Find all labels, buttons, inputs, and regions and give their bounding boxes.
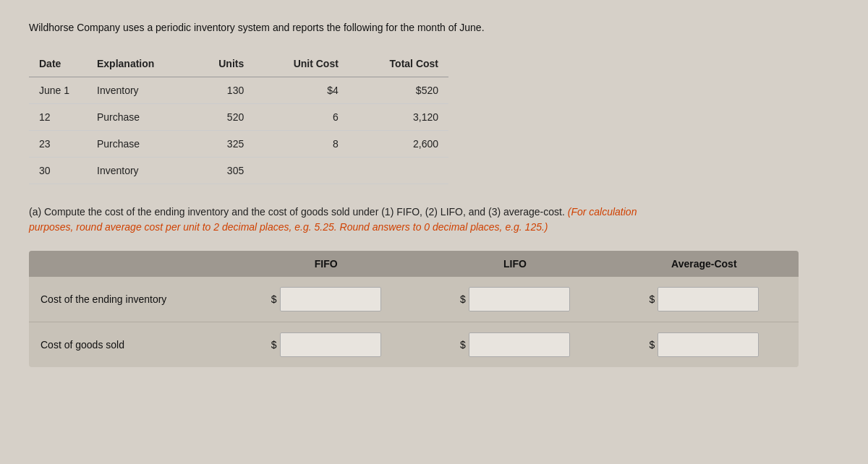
- intro-text: Wildhorse Company uses a periodic invent…: [29, 22, 839, 33]
- row-explanation: Inventory: [87, 77, 188, 104]
- row-date: 30: [29, 158, 87, 184]
- row-units: 325: [188, 131, 254, 158]
- answer-row-goods-sold: Cost of goods sold $ $ $: [29, 322, 799, 367]
- dollar-sign-fifo-1: $: [271, 293, 277, 305]
- goods-sold-fifo-cell: $: [231, 332, 420, 357]
- table-row: 30 Inventory 305: [29, 158, 448, 184]
- answer-section: FIFO LIFO Average-Cost Cost of the endin…: [29, 251, 799, 367]
- row-unit-cost: [254, 158, 349, 184]
- row-date: 12: [29, 104, 87, 131]
- row-explanation: Purchase: [87, 131, 188, 158]
- ending-inventory-lifo-input[interactable]: [469, 287, 570, 312]
- row-unit-cost: 8: [254, 131, 349, 158]
- row-total-cost: 3,120: [349, 104, 448, 131]
- row-unit-cost: $4: [254, 77, 349, 104]
- row-units: 305: [188, 158, 254, 184]
- row-date: 23: [29, 131, 87, 158]
- inventory-table: Date Explanation Units Unit Cost Total C…: [29, 51, 448, 184]
- row-unit-cost: 6: [254, 104, 349, 131]
- goods-sold-label: Cost of goods sold: [29, 339, 231, 351]
- goods-sold-lifo-cell: $: [420, 332, 609, 357]
- answer-col-avgcost: Average-Cost: [610, 258, 799, 270]
- question-main: (a) Compute the cost of the ending inven…: [29, 206, 565, 218]
- row-total-cost: [349, 158, 448, 184]
- question-text: (a) Compute the cost of the ending inven…: [29, 205, 680, 235]
- answer-header: FIFO LIFO Average-Cost: [29, 251, 799, 277]
- row-explanation: Purchase: [87, 104, 188, 131]
- ending-inventory-fifo-cell: $: [231, 287, 420, 312]
- row-total-cost: 2,600: [349, 131, 448, 158]
- dollar-sign-avg-1: $: [649, 293, 655, 305]
- row-units: 130: [188, 77, 254, 104]
- col-header-units: Units: [188, 51, 254, 77]
- col-header-explanation: Explanation: [87, 51, 188, 77]
- answer-col-lifo: LIFO: [420, 258, 609, 270]
- dollar-sign-avg-2: $: [649, 339, 655, 351]
- answer-col-fifo: FIFO: [231, 258, 420, 270]
- row-total-cost: $520: [349, 77, 448, 104]
- row-explanation: Inventory: [87, 158, 188, 184]
- ending-inventory-avgcost-cell: $: [610, 287, 799, 312]
- ending-inventory-avgcost-input[interactable]: [658, 287, 759, 312]
- col-header-total-cost: Total Cost: [349, 51, 448, 77]
- col-header-unit-cost: Unit Cost: [254, 51, 349, 77]
- goods-sold-avgcost-input[interactable]: [658, 332, 759, 357]
- ending-inventory-label: Cost of the ending inventory: [29, 293, 231, 305]
- row-units: 520: [188, 104, 254, 131]
- dollar-sign-lifo-2: $: [460, 339, 466, 351]
- dollar-sign-lifo-1: $: [460, 293, 466, 305]
- col-header-date: Date: [29, 51, 87, 77]
- ending-inventory-lifo-cell: $: [420, 287, 609, 312]
- table-row: 12 Purchase 520 6 3,120: [29, 104, 448, 131]
- goods-sold-fifo-input[interactable]: [280, 332, 381, 357]
- answer-row-ending-inventory: Cost of the ending inventory $ $ $: [29, 277, 799, 322]
- dollar-sign-fifo-2: $: [271, 339, 277, 351]
- goods-sold-lifo-input[interactable]: [469, 332, 570, 357]
- answer-col-empty: [29, 258, 231, 270]
- row-date: June 1: [29, 77, 87, 104]
- table-row: 23 Purchase 325 8 2,600: [29, 131, 448, 158]
- goods-sold-avgcost-cell: $: [610, 332, 799, 357]
- table-row: June 1 Inventory 130 $4 $520: [29, 77, 448, 104]
- ending-inventory-fifo-input[interactable]: [280, 287, 381, 312]
